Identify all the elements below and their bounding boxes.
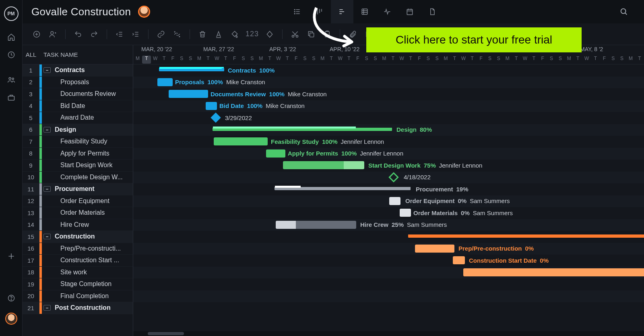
- milestone-icon[interactable]: [264, 29, 275, 39]
- taskgrid-header-name[interactable]: TASK NAME: [39, 51, 78, 58]
- collapse-icon[interactable]: –: [43, 127, 51, 133]
- free-trial-cta[interactable]: Click here to start your free trial: [366, 27, 582, 52]
- copy-icon[interactable]: [306, 29, 316, 39]
- timeline-day: S: [248, 56, 256, 64]
- timeline-week-label: MAR, 27 '22: [203, 46, 234, 52]
- briefcase-icon[interactable]: [0, 89, 23, 106]
- gantt-summary-bar[interactable]: [409, 234, 644, 238]
- task-row[interactable]: 2Proposals: [23, 77, 133, 89]
- gantt-summary-bar[interactable]: [213, 128, 392, 131]
- cut-icon[interactable]: [290, 29, 300, 39]
- gantt-task-bar[interactable]: [453, 256, 465, 264]
- task-row[interactable]: 6–Design: [23, 124, 133, 136]
- task-name: Order Materials: [42, 209, 133, 216]
- app-logo[interactable]: PM: [4, 6, 19, 21]
- gantt-task-bar[interactable]: [214, 137, 268, 145]
- task-row[interactable]: 8Apply for Permits: [23, 148, 133, 160]
- view-files-icon[interactable]: [421, 0, 444, 23]
- task-row[interactable]: 15–Construction: [23, 231, 133, 243]
- help-icon[interactable]: [0, 289, 23, 307]
- task-row[interactable]: 20Final Completion: [23, 290, 133, 303]
- recent-icon[interactable]: [0, 46, 23, 64]
- taskgrid-header-all[interactable]: ALL: [23, 51, 39, 58]
- view-gantt-icon[interactable]: [331, 0, 353, 23]
- task-row[interactable]: 16Prep/Pre-constructi...: [23, 243, 133, 255]
- timeline-day: M: [318, 56, 327, 64]
- gantt-task-bar[interactable]: [389, 197, 400, 205]
- search-icon[interactable]: [613, 0, 635, 23]
- timeline-day: F: [353, 56, 362, 64]
- gantt-task-bar[interactable]: [283, 161, 364, 169]
- task-row[interactable]: 13Order Materials: [23, 207, 133, 219]
- task-row-number: 19: [23, 278, 39, 290]
- home-icon[interactable]: [0, 28, 23, 46]
- add-task-icon[interactable]: [31, 29, 42, 39]
- task-row-number: 13: [23, 207, 39, 219]
- gantt-task-bar[interactable]: [157, 78, 173, 86]
- task-row[interactable]: 7Feasibility Study: [23, 136, 133, 148]
- gantt-task-bar[interactable]: [463, 268, 644, 276]
- gantt-h-scroll[interactable]: [133, 331, 644, 336]
- view-list-icon[interactable]: [286, 0, 308, 23]
- view-sheet-icon[interactable]: [353, 0, 376, 23]
- task-row[interactable]: 9Start Design Work: [23, 160, 133, 172]
- attachment-icon[interactable]: [347, 29, 358, 39]
- task-row[interactable]: 4Bid Date: [23, 100, 133, 112]
- svg-point-13: [51, 31, 54, 34]
- collapse-icon[interactable]: –: [43, 186, 51, 192]
- gantt-row-bg: [133, 112, 644, 124]
- task-row[interactable]: 12Order Equipment: [23, 195, 133, 207]
- collapse-icon[interactable]: –: [43, 305, 51, 311]
- gantt-task-bar[interactable]: [415, 245, 454, 253]
- assign-icon[interactable]: [47, 29, 58, 39]
- gantt-task-bar[interactable]: [206, 102, 217, 110]
- gantt-task-bar[interactable]: [400, 209, 411, 217]
- task-row[interactable]: 1–Contracts: [23, 64, 133, 77]
- gantt-row-bg: [133, 88, 644, 100]
- user-avatar[interactable]: [5, 313, 17, 325]
- timeline-day: T: [512, 56, 521, 64]
- collapse-icon[interactable]: –: [43, 234, 51, 239]
- project-owner-avatar[interactable]: [138, 6, 150, 18]
- timeline-day: F: [230, 56, 239, 64]
- view-board-icon[interactable]: [308, 0, 331, 23]
- outdent-icon[interactable]: [114, 29, 125, 39]
- task-row[interactable]: 17Construction Start ...: [23, 255, 133, 267]
- gantt-bar-label: Feasibility Study100%Jennifer Lennon: [271, 137, 384, 145]
- gantt-summary-bar[interactable]: [159, 68, 224, 71]
- redo-icon[interactable]: [89, 29, 99, 39]
- task-name: Procurement: [51, 185, 133, 193]
- gantt-summary-bar[interactable]: [275, 187, 410, 190]
- gantt-task-bar[interactable]: [266, 149, 285, 158]
- undo-icon[interactable]: [73, 29, 83, 39]
- collapse-icon[interactable]: –: [43, 67, 51, 73]
- task-row[interactable]: 11–Procurement: [23, 183, 133, 195]
- timeline-day: F: [538, 56, 547, 64]
- task-row[interactable]: 21–Post Construction: [23, 302, 133, 314]
- link-icon[interactable]: [156, 29, 166, 39]
- text-style-icon[interactable]: [213, 29, 224, 39]
- team-icon[interactable]: [0, 71, 23, 89]
- fill-icon[interactable]: [229, 29, 240, 39]
- task-row[interactable]: 3Documents Review: [23, 88, 133, 100]
- paste-icon[interactable]: [322, 29, 332, 39]
- add-icon[interactable]: [0, 247, 23, 265]
- delete-icon[interactable]: [197, 29, 208, 39]
- timeline-day: W: [397, 56, 406, 64]
- view-calendar-icon[interactable]: [398, 0, 421, 23]
- task-row[interactable]: 18Site work: [23, 267, 133, 279]
- task-row[interactable]: 10Complete Design W...: [23, 172, 133, 184]
- gantt-task-bar[interactable]: [276, 221, 356, 229]
- timeline-day: T: [529, 56, 538, 64]
- task-row[interactable]: 5Award Date: [23, 112, 133, 124]
- task-name: Apply for Permits: [42, 150, 133, 157]
- task-name: Construction: [51, 233, 133, 240]
- task-row-number: 15: [23, 231, 39, 243]
- gantt-task-bar[interactable]: [169, 90, 208, 98]
- indent-icon[interactable]: [130, 29, 141, 39]
- unlink-icon[interactable]: [172, 29, 182, 39]
- task-row[interactable]: 19Stage Completion: [23, 278, 133, 290]
- view-activity-icon[interactable]: [376, 0, 398, 23]
- task-row[interactable]: 14Hire Crew: [23, 219, 133, 231]
- svg-point-1: [9, 77, 11, 79]
